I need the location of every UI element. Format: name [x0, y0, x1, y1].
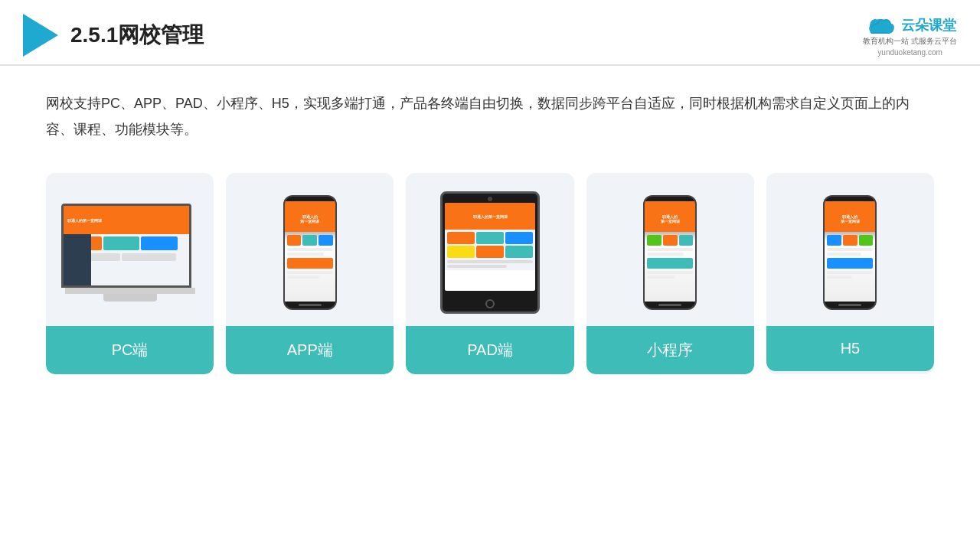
tablet-home-btn — [485, 299, 495, 308]
card-h5-image: 职通人的第一堂网课 — [766, 173, 934, 326]
pc-screen-inner: 职通人的第一堂网课 — [64, 206, 189, 285]
card-miniprogram-image: 职通人的第一堂网课 — [586, 173, 754, 326]
pc-mockup: 职通人的第一堂网课 — [61, 204, 199, 302]
brand-url: yunduoketang.com — [877, 48, 942, 57]
phone-mini-notch — [661, 197, 679, 201]
phone-h5-mockup: 职通人的第一堂网课 — [823, 195, 877, 310]
header: 2.5.1网校管理 云朵课堂 — [0, 0, 980, 66]
card-pc-image: 职通人的第一堂网课 — [46, 173, 214, 326]
card-app-image: 职通人的第一堂网课 — [226, 173, 394, 326]
brand-logo: 云朵课堂 — [864, 15, 956, 36]
pc-screen: 职通人的第一堂网课 — [61, 204, 191, 288]
description-text: 网校支持PC、APP、PAD、小程序、H5，实现多端打通，产品各终端自由切换，数… — [0, 66, 980, 158]
cloud-icon — [864, 15, 897, 36]
brand-tagline: 教育机构一站 式服务云平台 — [863, 36, 957, 47]
card-miniprogram-label: 小程序 — [586, 326, 754, 374]
card-pc: 职通人的第一堂网课 — [46, 173, 214, 374]
logo-icon — [23, 14, 58, 57]
pc-base — [103, 294, 157, 302]
card-pad-label: PAD端 — [406, 326, 573, 374]
phone-mini-mockup: 职通人的第一堂网课 — [643, 195, 697, 310]
phone-h5-notch — [841, 197, 859, 201]
card-h5-label: H5 — [766, 326, 934, 371]
card-pad-image: 职通人的第一堂网课 — [406, 173, 573, 326]
phone-notch — [301, 197, 319, 201]
tablet-screen: 职通人的第一堂网课 — [445, 203, 535, 291]
phone-app-screen: 职通人的第一堂网课 — [285, 201, 335, 302]
card-miniprogram: 职通人的第一堂网课 — [586, 173, 754, 374]
phone-app-mockup: 职通人的第一堂网课 — [283, 195, 337, 310]
card-app: 职通人的第一堂网课 — [226, 173, 394, 374]
pc-stand — [65, 288, 195, 294]
card-pc-label: PC端 — [46, 326, 214, 374]
card-h5: 职通人的第一堂网课 — [766, 173, 934, 374]
card-pad: 职通人的第一堂网课 — [406, 173, 573, 374]
brand-name: 云朵课堂 — [901, 16, 956, 34]
platform-cards: 职通人的第一堂网课 — [0, 158, 980, 397]
phone-h5-home-bar — [838, 304, 861, 306]
tablet-mockup: 职通人的第一堂网课 — [440, 191, 540, 314]
phone-h5-screen: 职通人的第一堂网课 — [825, 201, 875, 302]
phone-mini-screen: 职通人的第一堂网课 — [645, 201, 695, 302]
header-right: 云朵课堂 教育机构一站 式服务云平台 yunduoketang.com — [863, 15, 957, 57]
page-title: 2.5.1网校管理 — [70, 21, 204, 50]
phone-home-bar — [299, 304, 322, 306]
header-left: 2.5.1网校管理 — [23, 14, 204, 57]
tablet-camera — [488, 197, 492, 201]
card-app-label: APP端 — [226, 326, 394, 374]
phone-mini-home-bar — [658, 304, 681, 306]
